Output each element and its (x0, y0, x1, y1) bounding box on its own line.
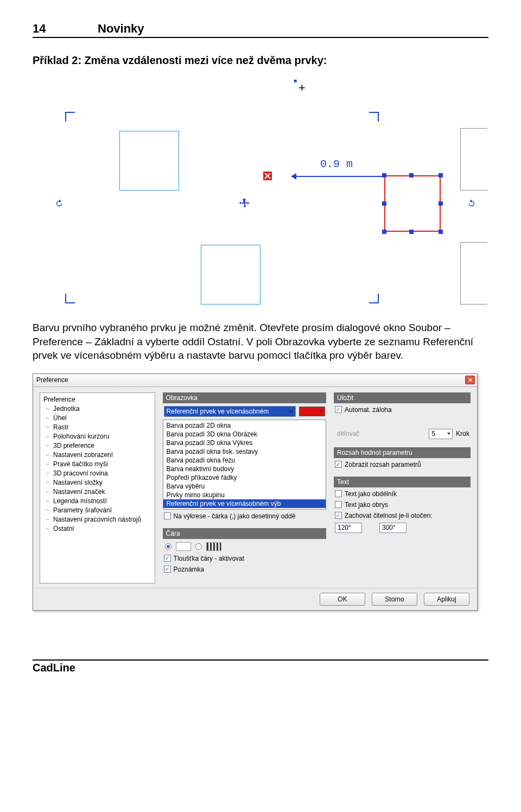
dialog-button-row: OK Storno Aplikuj (33, 588, 477, 610)
ok-button[interactable]: OK (320, 593, 365, 606)
selection-handle-icon (382, 230, 386, 234)
spinner-value: 5 (431, 430, 435, 437)
list-item[interactable]: Barva pozadí 3D okna Obrázek (163, 430, 326, 439)
checkbox-label: Tloušťka čáry - aktivovat (174, 555, 245, 562)
color-picker-button[interactable] (299, 407, 325, 416)
combo-value: Referenční prvek ve vícenásobném (167, 408, 269, 415)
list-item[interactable]: Barva neaktivní budovy (163, 465, 326, 473)
step-label: Krok (456, 430, 469, 437)
field-value: 120° (338, 524, 351, 531)
move-icon (239, 198, 251, 210)
section-text: Text (334, 477, 471, 487)
cancel-button[interactable]: Storno (372, 593, 417, 606)
footer-brand: CadLine (33, 659, 488, 674)
dialog-titlebar: Preference ✕ (33, 374, 477, 387)
preference-dialog: Preference ✕ Preference Jednotka Úhel Ra… (33, 373, 478, 611)
tree-item[interactable]: Parametry šrafování (41, 506, 154, 515)
line-style-radio[interactable] (194, 543, 203, 550)
cad-figure: ■+ 0.9 m (33, 77, 478, 310)
auto-backup-checkbox[interactable]: ✓Automat. záloha (334, 405, 471, 414)
line-style-option[interactable] (206, 542, 221, 551)
selected-rect (384, 175, 441, 232)
cad-rect (201, 245, 260, 304)
dimension-label: 0.9 m (320, 158, 353, 170)
step-spinner[interactable]: 5 (429, 429, 453, 439)
checkbox-label: Poznámka (174, 566, 205, 573)
decimal-comma-checkbox[interactable]: Na výkrese - čárka (,) jako desetinný od… (163, 512, 326, 521)
cad-rect (119, 131, 179, 191)
list-item[interactable]: Barva pozadí 2D okna (163, 421, 326, 430)
tree-item[interactable]: Jednotka (41, 404, 154, 414)
selection-handle-icon (439, 201, 443, 206)
tree-item[interactable]: Ostatní (41, 524, 154, 534)
checkbox-label: Text jako obrys (345, 501, 388, 509)
list-item[interactable]: Barva pozadí 3D okna Výkres (163, 439, 326, 447)
tree-item[interactable]: Úhel (41, 414, 154, 423)
angle1-field[interactable]: 120° (335, 523, 362, 533)
section-rozsah: Rozsah hodnot parametru (334, 447, 471, 458)
checkbox-label: Zobrazit rozsah parametrů (345, 461, 421, 468)
cad-rect-grey (460, 242, 487, 304)
line-style-option[interactable] (176, 542, 191, 551)
field-value: 300° (382, 524, 396, 531)
tree-item[interactable]: Nastavení pracovních nástrojů (41, 515, 154, 524)
page-header: 14 Novinky (33, 22, 488, 38)
tree-item[interactable]: Nastavení zobrazení (41, 451, 154, 460)
rotate-icon (54, 199, 64, 208)
tree-root-item[interactable]: Preference (41, 395, 154, 404)
selection-corner-icon (65, 294, 75, 303)
tree-item[interactable]: 3D pracovní rovina (41, 469, 154, 478)
apply-button[interactable]: Aplikuj (424, 593, 469, 606)
example-title: Příklad 2: Změna vzdálenosti mezi více n… (33, 54, 488, 67)
selection-corner-icon (369, 294, 379, 303)
text-outline-checkbox[interactable]: Text jako obrys (334, 500, 471, 509)
selection-handle-icon (409, 230, 414, 234)
section-cara: Čára (163, 528, 326, 539)
page-section-title: Novinky (98, 22, 144, 36)
line-thickness-checkbox[interactable]: ✓Tloušťka čáry - aktivovat (163, 554, 326, 563)
cursor-plus-icon: ■+ (298, 81, 306, 95)
selection-handle-icon (382, 201, 386, 206)
tree-item[interactable]: Polohování kurzoru (41, 432, 154, 441)
keep-readable-checkbox[interactable]: ✓Zachovat čitelnost je-li otočen: (334, 511, 471, 520)
list-item[interactable]: Prvky mimo skupinu (163, 491, 326, 499)
selection-corner-icon (369, 112, 379, 122)
section-ulozit: Uložit (334, 392, 471, 403)
tree-item[interactable]: Rastr (41, 423, 154, 432)
selection-handle-icon (439, 230, 443, 234)
checkbox-label: Na výkrese - čárka (,) jako desetinný od… (174, 512, 296, 520)
note-checkbox[interactable]: ✓Poznámka (163, 565, 326, 574)
angle2-field[interactable]: 300° (379, 523, 406, 533)
preference-tree[interactable]: Preference Jednotka Úhel Rastr Polohován… (40, 392, 155, 583)
show-range-checkbox[interactable]: ✓Zobrazit rozsah parametrů (334, 460, 471, 469)
tree-item[interactable]: Legenda místností (41, 497, 154, 506)
obrazovka-listbox[interactable]: Barva pozadí 2D okna Barva pozadí 3D okn… (163, 420, 326, 510)
list-item[interactable]: Barva pozadí okna řezu (163, 456, 326, 465)
tree-item[interactable]: Pravé tlačítko myši (41, 460, 154, 469)
selection-handle-icon (382, 173, 386, 177)
selection-corner-icon (65, 112, 75, 122)
list-item[interactable]: Popředí příkazové řádky (163, 473, 326, 482)
checkbox-label: Automat. záloha (345, 406, 392, 414)
close-icon (263, 172, 272, 180)
body-paragraph: Barvu prvního vybraného prvku je možné z… (33, 321, 488, 363)
tree-item[interactable]: 3D preference (41, 441, 154, 451)
tree-item[interactable]: Nastavení značek (41, 487, 154, 497)
section-obrazovka: Obrazovka (163, 392, 326, 403)
text-rect-checkbox[interactable]: Text jako obdélník (334, 490, 471, 498)
tree-item[interactable]: Nastavení složky (41, 478, 154, 487)
page-number: 14 (33, 22, 98, 36)
list-item[interactable]: Barva výběru (163, 482, 326, 491)
selection-handle-icon (409, 173, 414, 177)
close-button[interactable]: ✕ (465, 376, 475, 384)
list-item[interactable]: Barva pozadí okna tisk. sestavy (163, 447, 326, 456)
list-item-selected[interactable]: Referenční prvek ve vícenásobném výb (163, 499, 326, 508)
obrazovka-combo[interactable]: Referenční prvek ve vícenásobném (164, 406, 296, 417)
dialog-title: Preference (36, 376, 68, 384)
rotate-icon (467, 199, 476, 208)
trail-text: dělovač (335, 430, 359, 437)
line-style-radio[interactable] (164, 543, 173, 550)
dimension-arrow-icon (293, 176, 385, 177)
selection-handle-icon (439, 173, 443, 177)
checkbox-label: Text jako obdélník (345, 490, 397, 498)
